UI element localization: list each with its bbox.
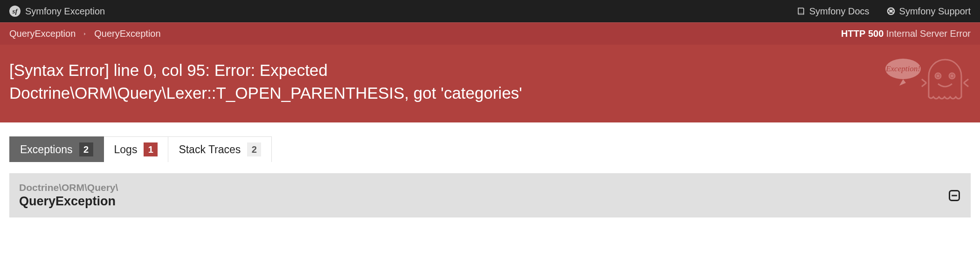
app-title: Symfony Exception	[25, 6, 105, 17]
breadcrumb: QueryException QueryException	[9, 28, 161, 39]
exception-class-block: Doctrine\ORM\Query\ QueryException	[19, 182, 118, 209]
exceptions-panel-container: Doctrine\ORM\Query\ QueryException	[0, 162, 980, 217]
exception-panel-header: Doctrine\ORM\Query\ QueryException	[9, 173, 971, 217]
exception-class-name: QueryException	[19, 194, 118, 209]
symfony-logo-icon: sf	[9, 6, 21, 17]
tab-badge: 2	[247, 142, 261, 156]
top-bar: sf Symfony Exception Symfony Docs Symfon…	[0, 0, 980, 22]
http-status: HTTP 500 Internal Server Error	[841, 28, 971, 39]
breadcrumb-bar: QueryException QueryException HTTP 500 I…	[0, 22, 980, 45]
tab-exceptions[interactable]: Exceptions 2	[9, 136, 104, 162]
tab-label: Exceptions	[20, 143, 73, 156]
tab-label: Stack Traces	[179, 143, 241, 156]
error-hero: [Syntax Error] line 0, col 95: Error: Ex…	[0, 45, 980, 122]
life-ring-icon	[886, 7, 896, 16]
chevron-right-icon	[82, 31, 88, 37]
top-bar-left: sf Symfony Exception	[9, 6, 105, 17]
exception-namespace: Doctrine\ORM\Query\	[19, 182, 118, 193]
error-title: [Syntax Error] line 0, col 95: Error: Ex…	[9, 59, 550, 104]
support-link[interactable]: Symfony Support	[886, 6, 971, 17]
book-icon	[796, 7, 806, 16]
ghost-icon: Exception!	[882, 55, 971, 106]
collapse-icon	[948, 189, 961, 202]
breadcrumb-item-0[interactable]: QueryException	[9, 28, 76, 39]
docs-link-label: Symfony Docs	[809, 6, 870, 17]
tab-stack-traces[interactable]: Stack Traces 2	[168, 136, 272, 162]
tab-badge: 1	[144, 142, 158, 156]
top-bar-right: Symfony Docs Symfony Support	[796, 6, 971, 17]
svg-point-3	[937, 75, 939, 77]
ghost-illustration: Exception!	[882, 55, 971, 108]
breadcrumb-item-1[interactable]: QueryException	[94, 28, 160, 39]
tab-label: Logs	[114, 143, 138, 156]
docs-link[interactable]: Symfony Docs	[796, 6, 870, 17]
tab-logs[interactable]: Logs 1	[104, 136, 169, 162]
collapse-button[interactable]	[948, 189, 961, 202]
http-code: 500	[868, 28, 883, 39]
http-prefix: HTTP	[841, 28, 865, 39]
tab-badge: 2	[79, 142, 93, 156]
http-text: Internal Server Error	[886, 28, 971, 39]
svg-point-4	[951, 75, 953, 77]
ghost-bubble-text: Exception!	[885, 64, 920, 73]
support-link-label: Symfony Support	[899, 6, 971, 17]
tabs: Exceptions 2 Logs 1 Stack Traces 2	[0, 122, 980, 162]
